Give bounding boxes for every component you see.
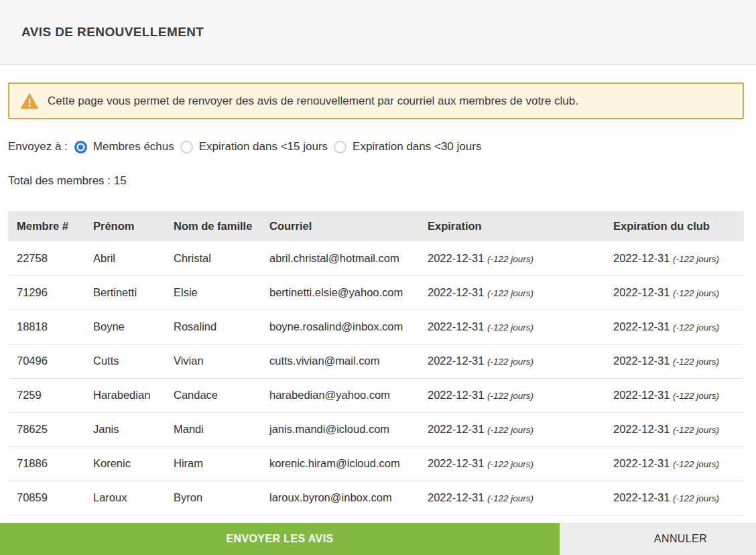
cell-last-name: Rosalind bbox=[165, 310, 261, 344]
cell-first-name: Cutts bbox=[84, 344, 165, 378]
expiration-note: (-122 jours) bbox=[487, 322, 533, 332]
club-expiration-note: (-122 jours) bbox=[673, 391, 719, 401]
cell-first-name: Janis bbox=[84, 412, 165, 446]
radio-expiration-15-jours[interactable]: Expiration dans <15 jours bbox=[180, 140, 328, 153]
send-to-row: Envoyez à : Membres échus Expiration dan… bbox=[8, 140, 744, 153]
club-expiration-note: (-122 jours) bbox=[673, 254, 719, 264]
warning-triangle-icon bbox=[21, 93, 38, 109]
cell-last-name: Candace bbox=[165, 378, 261, 412]
cell-email: bertinetti.elsie@yahoo.com bbox=[261, 275, 419, 310]
cell-first-name: Laroux bbox=[84, 481, 165, 515]
cell-last-name: Vivian bbox=[165, 344, 261, 378]
cell-expiration: 2022-12-31 (-122 jours) bbox=[419, 378, 605, 412]
cell-club-expiration: 2022-12-31 (-122 jours) bbox=[605, 481, 744, 515]
column-header-member-id: Membre # bbox=[8, 211, 84, 241]
cell-member-id: 22758 bbox=[8, 241, 84, 275]
cell-expiration: 2022-12-31 (-122 jours) bbox=[419, 446, 605, 481]
cell-expiration: 2022-12-31 (-122 jours) bbox=[419, 275, 605, 310]
table-row: 18818 Boyne Rosalind boyne.rosalind@inbo… bbox=[8, 310, 744, 344]
club-expiration-note: (-122 jours) bbox=[673, 322, 719, 332]
cell-club-expiration: 2022-12-31 (-122 jours) bbox=[605, 412, 744, 446]
club-expiration-note: (-122 jours) bbox=[673, 425, 719, 435]
cell-last-name: Christal bbox=[165, 241, 261, 275]
total-members: Total des membres : 15 bbox=[8, 174, 744, 188]
cell-member-id: 70859 bbox=[8, 481, 84, 515]
send-to-label: Envoyez à : bbox=[8, 140, 68, 153]
cell-first-name: Korenic bbox=[84, 446, 165, 481]
club-expiration-note: (-122 jours) bbox=[673, 493, 719, 503]
table-row: 70859 Laroux Byron laroux.byron@inbox.co… bbox=[8, 481, 744, 515]
column-header-first-name: Prénom bbox=[84, 211, 165, 241]
radio-label: Expiration dans <15 jours bbox=[199, 140, 328, 153]
radio-expiration-30-jours[interactable]: Expiration dans <30 jours bbox=[334, 140, 481, 153]
cell-last-name: Byron bbox=[165, 481, 261, 515]
radio-icon bbox=[74, 141, 87, 153]
page-header: AVIS DE RENOUVELLEMENT bbox=[0, 0, 756, 65]
cell-first-name: Abril bbox=[84, 241, 165, 275]
cell-club-expiration: 2022-12-31 (-122 jours) bbox=[605, 344, 744, 378]
cell-member-id: 70496 bbox=[8, 344, 84, 378]
expiration-note: (-122 jours) bbox=[487, 288, 533, 298]
cell-email: abril.christal@hotmail.com bbox=[261, 241, 419, 275]
action-bar: ENVOYER LES AVIS ANNULER bbox=[0, 523, 756, 555]
table-header-row: Membre # Prénom Nom de famille Courriel … bbox=[8, 211, 744, 241]
cell-last-name: Mandi bbox=[165, 412, 261, 446]
column-header-email: Courriel bbox=[261, 211, 419, 241]
expiration-note: (-122 jours) bbox=[487, 391, 533, 401]
page-title: AVIS DE RENOUVELLEMENT bbox=[21, 25, 204, 40]
content: Cette page vous permet de renvoyer des a… bbox=[0, 65, 756, 515]
cancel-button[interactable]: ANNULER bbox=[605, 523, 756, 555]
expiration-note: (-122 jours) bbox=[487, 493, 533, 503]
expiration-note: (-122 jours) bbox=[487, 254, 533, 264]
club-expiration-note: (-122 jours) bbox=[673, 459, 719, 469]
club-expiration-note: (-122 jours) bbox=[673, 357, 719, 367]
cell-expiration: 2022-12-31 (-122 jours) bbox=[419, 481, 605, 515]
cell-member-id: 18818 bbox=[8, 310, 84, 344]
cell-club-expiration: 2022-12-31 (-122 jours) bbox=[605, 241, 744, 275]
club-expiration-note: (-122 jours) bbox=[673, 288, 719, 298]
cell-club-expiration: 2022-12-31 (-122 jours) bbox=[605, 275, 744, 310]
cell-last-name: Elsie bbox=[165, 275, 261, 310]
cell-expiration: 2022-12-31 (-122 jours) bbox=[419, 241, 605, 275]
warning-text: Cette page vous permet de renvoyer des a… bbox=[48, 95, 578, 108]
expiration-note: (-122 jours) bbox=[487, 459, 533, 469]
cell-member-id: 71296 bbox=[8, 275, 84, 310]
cell-member-id: 78625 bbox=[8, 412, 84, 446]
expiration-note: (-122 jours) bbox=[487, 357, 533, 367]
radio-membres-echus[interactable]: Membres échus bbox=[74, 140, 174, 153]
cell-email: laroux.byron@inbox.com bbox=[261, 481, 419, 515]
table-row: 71296 Bertinetti Elsie bertinetti.elsie@… bbox=[8, 275, 744, 310]
cell-first-name: Boyne bbox=[84, 310, 165, 344]
cell-email: korenic.hiram@icloud.com bbox=[261, 446, 419, 481]
cell-first-name: Harabedian bbox=[84, 378, 165, 412]
cell-last-name: Hiram bbox=[165, 446, 261, 481]
cell-email: cutts.vivian@mail.com bbox=[261, 344, 419, 378]
radio-label: Expiration dans <30 jours bbox=[353, 140, 481, 153]
radio-icon bbox=[334, 141, 346, 153]
cell-club-expiration: 2022-12-31 (-122 jours) bbox=[605, 310, 744, 344]
send-notices-button[interactable]: ENVOYER LES AVIS bbox=[0, 523, 560, 555]
table-row: 22758 Abril Christal abril.christal@hotm… bbox=[8, 241, 744, 275]
column-header-club-expiration: Expiration du club bbox=[605, 211, 744, 241]
cell-expiration: 2022-12-31 (-122 jours) bbox=[419, 412, 605, 446]
column-header-expiration: Expiration bbox=[419, 211, 605, 241]
radio-label: Membres échus bbox=[93, 140, 174, 153]
cell-club-expiration: 2022-12-31 (-122 jours) bbox=[605, 378, 744, 412]
cell-email: harabedian@yahoo.com bbox=[261, 378, 419, 412]
table-row: 71886 Korenic Hiram korenic.hiram@icloud… bbox=[8, 446, 744, 481]
cell-member-id: 7259 bbox=[8, 378, 84, 412]
column-header-last-name: Nom de famille bbox=[165, 211, 261, 241]
cell-email: janis.mandi@icloud.com bbox=[261, 412, 419, 446]
cell-club-expiration: 2022-12-31 (-122 jours) bbox=[605, 446, 744, 481]
expiration-note: (-122 jours) bbox=[487, 425, 533, 435]
table-row: 70496 Cutts Vivian cutts.vivian@mail.com… bbox=[8, 344, 744, 378]
cell-expiration: 2022-12-31 (-122 jours) bbox=[419, 344, 605, 378]
table-row: 78625 Janis Mandi janis.mandi@icloud.com… bbox=[8, 412, 744, 446]
warning-banner: Cette page vous permet de renvoyer des a… bbox=[8, 82, 744, 119]
member-table-body: 22758 Abril Christal abril.christal@hotm… bbox=[8, 241, 744, 515]
cell-expiration: 2022-12-31 (-122 jours) bbox=[419, 310, 605, 344]
table-row: 7259 Harabedian Candace harabedian@yahoo… bbox=[8, 378, 744, 412]
cell-first-name: Bertinetti bbox=[84, 275, 165, 310]
cell-email: boyne.rosalind@inbox.com bbox=[261, 310, 419, 344]
member-table: Membre # Prénom Nom de famille Courriel … bbox=[8, 211, 744, 515]
